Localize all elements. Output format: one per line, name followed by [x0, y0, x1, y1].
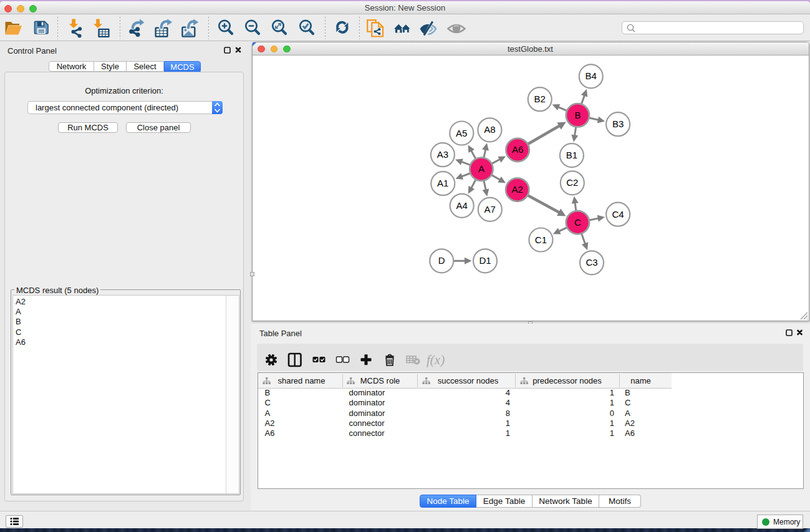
- svg-text:A8: A8: [484, 124, 495, 135]
- svg-text:A2: A2: [512, 184, 523, 195]
- svg-text:B1: B1: [566, 150, 577, 160]
- svg-text:A5: A5: [456, 128, 467, 138]
- svg-text:B: B: [574, 110, 581, 120]
- svg-text:D: D: [438, 255, 445, 266]
- svg-text:A6: A6: [512, 144, 523, 155]
- svg-text:f(x): f(x): [427, 352, 445, 367]
- svg-text:D1: D1: [479, 255, 491, 266]
- svg-text:C1: C1: [535, 235, 547, 245]
- svg-text:A3: A3: [437, 149, 448, 160]
- svg-text:A1: A1: [437, 178, 448, 188]
- svg-text:C3: C3: [586, 257, 597, 268]
- svg-text:C: C: [574, 217, 581, 228]
- svg-text:A7: A7: [485, 204, 496, 215]
- svg-text:A: A: [478, 163, 485, 174]
- svg-text:A4: A4: [456, 200, 468, 211]
- svg-text:B3: B3: [612, 118, 624, 129]
- svg-text:C2: C2: [566, 177, 578, 188]
- svg-text:B2: B2: [534, 94, 546, 104]
- svg-text:C4: C4: [612, 209, 624, 220]
- svg-text:B4: B4: [586, 70, 597, 81]
